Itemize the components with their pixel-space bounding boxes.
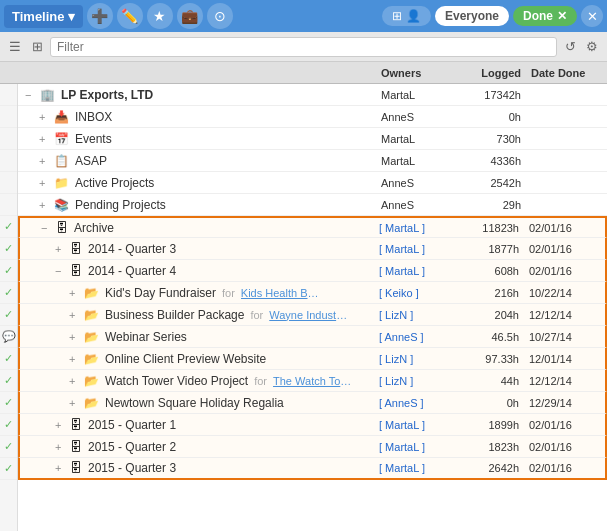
- expand-btn-watch-tower[interactable]: +: [69, 375, 79, 387]
- clock-icon[interactable]: ⊙: [207, 3, 233, 29]
- table-row-webinar[interactable]: +📂Webinar Series[ AnneS ]46.5h10/27/14: [18, 326, 607, 348]
- row-label-archive: Archive: [74, 221, 114, 235]
- row-logged-events: 730h: [457, 133, 527, 145]
- row-label-kids-day: Kid's Day Fundraiser: [105, 286, 216, 300]
- table-row-inbox[interactable]: +📥INBOXAnneS0h: [18, 106, 607, 128]
- timeline-button[interactable]: Timeline ▾: [4, 5, 83, 28]
- row-for-text-kids-day: for: [222, 287, 235, 299]
- row-logged-online-client: 97.33h: [455, 353, 525, 365]
- everyone-button[interactable]: Everyone: [435, 6, 509, 26]
- row-owner-q1-2015: [ MartaL ]: [375, 419, 455, 431]
- table-row-newtown[interactable]: +📂Newtown Square Holiday Regalia[ AnneS …: [18, 392, 607, 414]
- col-header-logged: Logged: [457, 67, 527, 79]
- row-icon-pending-projects: 📚: [54, 199, 69, 211]
- add-icon[interactable]: ➕: [87, 3, 113, 29]
- star-icon[interactable]: ★: [147, 3, 173, 29]
- row-for-link-watch-tower[interactable]: The Watch Tower: [273, 375, 353, 387]
- row-date-q4-2014: 02/01/16: [525, 265, 605, 277]
- filter-button[interactable]: ⊞ 👤: [382, 6, 431, 26]
- chevron-down-icon: ▾: [68, 9, 75, 24]
- row-logged-lp-exports: 17342h: [457, 89, 527, 101]
- row-label-active-projects: Active Projects: [75, 176, 154, 190]
- table-row-online-client[interactable]: +📂Online Client Preview Website[ LizN ]9…: [18, 348, 607, 370]
- row-logged-business-builder: 204h: [455, 309, 525, 321]
- status-cell-newtown: ✓: [0, 392, 17, 414]
- expand-btn-asap[interactable]: +: [39, 155, 49, 167]
- table-row-business-builder[interactable]: +📂Business Builder Package for Wayne Ind…: [18, 304, 607, 326]
- row-name-cell-online-client: +📂Online Client Preview Website: [20, 352, 375, 366]
- row-label-pending-projects: Pending Projects: [75, 198, 166, 212]
- row-name-cell-q3-2014: +🗄2014 - Quarter 3: [20, 242, 375, 256]
- row-label-q3-2015: 2015 - Quarter 3: [88, 461, 176, 475]
- row-logged-q2-2015: 1823h: [455, 441, 525, 453]
- table-row-q2-2015[interactable]: +🗄2015 - Quarter 2[ MartaL ]1823h02/01/1…: [18, 436, 607, 458]
- table-row-kids-day[interactable]: +📂Kid's Day Fundraiser for Kids Health B…: [18, 282, 607, 304]
- refresh-icon[interactable]: ↺: [561, 39, 579, 54]
- row-logged-inbox: 0h: [457, 111, 527, 123]
- status-cell-q2-2015: ✓: [0, 436, 17, 458]
- table-row-watch-tower[interactable]: +📂Watch Tower Video Project for The Watc…: [18, 370, 607, 392]
- row-name-cell-asap: +📋ASAP: [18, 154, 377, 168]
- status-cell-archive: ✓: [0, 216, 17, 238]
- row-logged-pending-projects: 29h: [457, 199, 527, 211]
- edit-icon[interactable]: ✏️: [117, 3, 143, 29]
- row-name-cell-q3-2015: +🗄2015 - Quarter 3: [20, 461, 375, 475]
- expand-btn-business-builder[interactable]: +: [69, 309, 79, 321]
- expand-btn-archive[interactable]: −: [41, 222, 51, 234]
- row-for-link-business-builder[interactable]: Wayne Industries: [269, 309, 349, 321]
- row-owner-online-client: [ LizN ]: [375, 353, 455, 365]
- expand-btn-kids-day[interactable]: +: [69, 287, 79, 299]
- table-row-archive[interactable]: −🗄Archive[ MartaL ]11823h02/01/16: [18, 216, 607, 238]
- expand-btn-q4-2014[interactable]: −: [55, 265, 65, 277]
- row-date-q3-2015: 02/01/16: [525, 462, 605, 474]
- filter-input[interactable]: [50, 37, 557, 57]
- row-logged-q4-2014: 608h: [455, 265, 525, 277]
- expand-btn-pending-projects[interactable]: +: [39, 199, 49, 211]
- expand-btn-active-projects[interactable]: +: [39, 177, 49, 189]
- person-filter-icon: 👤: [406, 9, 421, 23]
- expand-btn-q3-2014[interactable]: +: [55, 243, 65, 255]
- close-button[interactable]: ✕: [581, 5, 603, 27]
- expand-btn-q3-2015[interactable]: +: [55, 462, 65, 474]
- briefcase-icon[interactable]: 💼: [177, 3, 203, 29]
- table-row-pending-projects[interactable]: +📚Pending ProjectsAnneS29h: [18, 194, 607, 216]
- row-for-link-kids-day[interactable]: Kids Health Benefit Fun: [241, 287, 321, 299]
- row-date-webinar: 10/27/14: [525, 331, 605, 343]
- table-row-q1-2015[interactable]: +🗄2015 - Quarter 1[ MartaL ]1899h02/01/1…: [18, 414, 607, 436]
- row-name-cell-business-builder: +📂Business Builder Package for Wayne Ind…: [20, 308, 375, 322]
- table-row-asap[interactable]: +📋ASAPMartaL4336h: [18, 150, 607, 172]
- expand-btn-inbox[interactable]: +: [39, 111, 49, 123]
- expand-btn-webinar[interactable]: +: [69, 331, 79, 343]
- settings-icon[interactable]: ⚙: [583, 39, 601, 54]
- table-row-q3-2014[interactable]: +🗄2014 - Quarter 3[ MartaL ]1877h02/01/1…: [18, 238, 607, 260]
- expand-btn-q2-2015[interactable]: +: [55, 441, 65, 453]
- row-owner-q3-2014: [ MartaL ]: [375, 243, 455, 255]
- row-owner-archive: [ MartaL ]: [375, 222, 455, 234]
- expand-btn-newtown[interactable]: +: [69, 397, 79, 409]
- row-icon-q3-2015: 🗄: [70, 462, 82, 474]
- expand-btn-lp-exports[interactable]: −: [25, 89, 35, 101]
- expand-btn-online-client[interactable]: +: [69, 353, 79, 365]
- expand-btn-q1-2015[interactable]: +: [55, 419, 65, 431]
- row-label-q1-2015: 2015 - Quarter 1: [88, 418, 176, 432]
- table-row-lp-exports[interactable]: −🏢LP Exports, LTDMartaL17342h: [18, 84, 607, 106]
- row-label-q3-2014: 2014 - Quarter 3: [88, 242, 176, 256]
- row-logged-q3-2014: 1877h: [455, 243, 525, 255]
- done-button[interactable]: Done ✕: [513, 6, 577, 26]
- row-owner-active-projects: AnneS: [377, 177, 457, 189]
- row-date-business-builder: 12/12/14: [525, 309, 605, 321]
- row-icon-events: 📅: [54, 133, 69, 145]
- table-row-active-projects[interactable]: +📁Active ProjectsAnneS2542h: [18, 172, 607, 194]
- status-cell-webinar: 💬: [0, 326, 17, 348]
- row-logged-newtown: 0h: [455, 397, 525, 409]
- col-header-date: Date Done: [527, 67, 607, 79]
- expand-btn-events[interactable]: +: [39, 133, 49, 145]
- row-label-online-client: Online Client Preview Website: [105, 352, 266, 366]
- table-row-q4-2014[interactable]: −🗄2014 - Quarter 4[ MartaL ]608h02/01/16: [18, 260, 607, 282]
- row-icon-q3-2014: 🗄: [70, 243, 82, 255]
- table-row-events[interactable]: +📅EventsMartaL730h: [18, 128, 607, 150]
- table-area[interactable]: −🏢LP Exports, LTDMartaL17342h+📥INBOXAnne…: [18, 84, 607, 531]
- table-row-q3-2015[interactable]: +🗄2015 - Quarter 3[ MartaL ]2642h02/01/1…: [18, 458, 607, 480]
- row-label-lp-exports: LP Exports, LTD: [61, 88, 153, 102]
- done-close-icon[interactable]: ✕: [557, 9, 567, 23]
